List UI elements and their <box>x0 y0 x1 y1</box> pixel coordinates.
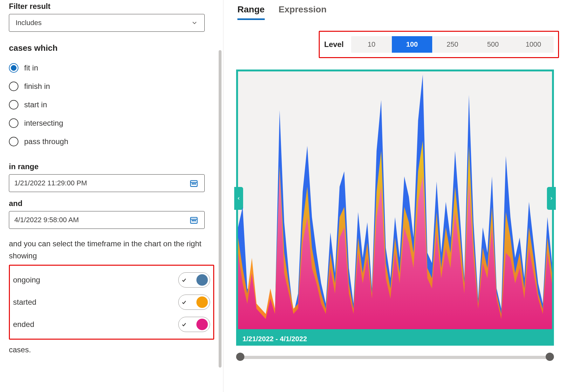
filter-result-label: Filter result <box>9 2 214 11</box>
toggle-knob <box>196 274 208 286</box>
date-from-value: 1/21/2022 11:29:00 PM <box>14 179 87 187</box>
toggle-row-ended: ended <box>12 313 211 336</box>
radio-fit-in[interactable]: fit in <box>9 59 214 77</box>
sidebar-scrollbar[interactable] <box>219 50 222 368</box>
cases-which-label: cases which <box>9 43 214 53</box>
right-panel: Range Expression Level 101002505001000 1… <box>223 0 566 392</box>
svg-point-2 <box>192 183 193 184</box>
slider-track <box>236 356 554 359</box>
level-btn-500[interactable]: 500 <box>473 36 513 53</box>
timeframe-desc: and you can select the timeframe in the … <box>9 238 214 262</box>
toggle-knob <box>196 296 208 308</box>
cases-which-radio-group: fit infinish instart inintersectingpass … <box>9 59 214 151</box>
slider-thumb-right[interactable] <box>546 353 554 361</box>
level-btn-10[interactable]: 10 <box>351 36 392 53</box>
and-label: and <box>9 199 214 208</box>
toggle-started[interactable] <box>178 295 210 310</box>
toggle-ended[interactable] <box>178 317 210 332</box>
toggle-label: ongoing <box>13 276 40 284</box>
level-btn-250[interactable]: 250 <box>432 36 473 53</box>
radio-intersecting[interactable]: intersecting <box>9 114 214 132</box>
radio-pass-through[interactable]: pass through <box>9 132 214 151</box>
tab-range[interactable]: Range <box>237 4 265 20</box>
trailing-cases-text: cases. <box>9 345 214 354</box>
radio-unselected-icon <box>9 137 18 146</box>
chevron-down-icon <box>191 19 198 26</box>
timeframe-chart[interactable]: 1/21/2022 - 4/1/2022 <box>236 70 554 346</box>
chart-area-plot <box>238 71 552 344</box>
view-tabs: Range Expression <box>236 4 563 20</box>
filter-sidebar: Filter result Includes cases which fit i… <box>0 0 223 392</box>
radio-selected-icon <box>9 63 18 73</box>
toggle-knob <box>196 319 208 330</box>
filter-result-dropdown[interactable]: Includes <box>9 14 205 32</box>
toggle-label: ended <box>13 320 34 329</box>
check-icon <box>181 299 188 306</box>
in-range-label: in range <box>9 162 214 171</box>
radio-unselected-icon <box>9 100 18 110</box>
svg-point-4 <box>195 183 196 184</box>
date-to-input[interactable]: 4/1/2022 9:58:00 AM <box>9 211 205 229</box>
chart-daterange-label: 1/21/2022 - 4/1/2022 <box>242 335 307 343</box>
svg-point-9 <box>195 220 196 221</box>
toggle-ongoing[interactable] <box>178 272 210 288</box>
filter-result-value: Includes <box>16 19 42 27</box>
radio-unselected-icon <box>9 82 18 91</box>
level-btn-100[interactable]: 100 <box>392 36 432 53</box>
check-icon <box>181 321 188 328</box>
level-label: Level <box>324 40 344 49</box>
calendar-icon[interactable] <box>188 178 199 189</box>
level-selector-highlight: Level 101002505001000 <box>319 31 559 58</box>
svg-point-8 <box>194 220 194 221</box>
svg-point-3 <box>194 183 194 184</box>
radio-label: finish in <box>24 82 50 91</box>
chart-range-slider[interactable] <box>236 353 554 361</box>
series-toggle-highlight: ongoingstartedended <box>9 265 214 340</box>
tab-expression[interactable]: Expression <box>279 4 327 20</box>
radio-start-in[interactable]: start in <box>9 96 214 114</box>
calendar-icon[interactable] <box>188 215 199 225</box>
toggle-row-started: started <box>12 291 211 313</box>
level-btn-1000[interactable]: 1000 <box>513 36 554 53</box>
radio-label: start in <box>24 100 47 109</box>
date-to-value: 4/1/2022 9:58:00 AM <box>14 216 79 224</box>
radio-unselected-icon <box>9 118 18 128</box>
level-button-group: 101002505001000 <box>351 36 554 53</box>
toggle-label: started <box>13 298 36 307</box>
check-icon <box>181 276 188 283</box>
svg-point-7 <box>192 220 193 221</box>
date-from-input[interactable]: 1/21/2022 11:29:00 PM <box>9 174 205 192</box>
radio-finish-in[interactable]: finish in <box>9 77 214 96</box>
radio-label: pass through <box>24 137 68 146</box>
radio-label: intersecting <box>24 119 63 128</box>
toggle-row-ongoing: ongoing <box>12 269 211 291</box>
radio-label: fit in <box>24 63 38 72</box>
slider-thumb-left[interactable] <box>236 353 244 361</box>
